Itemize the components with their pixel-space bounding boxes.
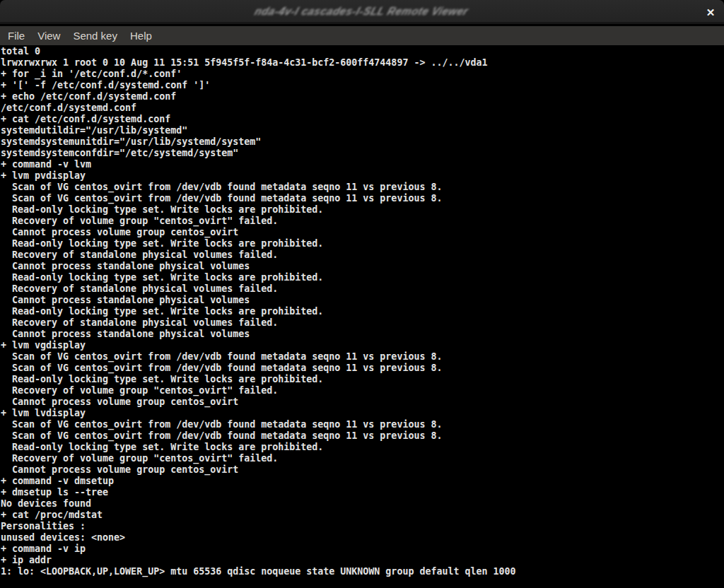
terminal-output: total 0 lrwxrwxrwx 1 root 0 10 Aug 11 15… (1, 46, 724, 577)
titlebar[interactable]: nda-4v-l cascades-l-SLL Remote Viewer ✕ (0, 0, 724, 24)
menu-send-key[interactable]: Send key (66, 27, 124, 45)
window-title: nda-4v-l cascades-l-SLL Remote Viewer (254, 5, 471, 17)
menubar: File View Send key Help (0, 26, 724, 45)
menu-help[interactable]: Help (124, 27, 158, 45)
remote-viewer-window: nda-4v-l cascades-l-SLL Remote Viewer ✕ … (0, 0, 724, 588)
menu-file[interactable]: File (1, 27, 31, 45)
vm-console-display[interactable]: total 0 lrwxrwxrwx 1 root 0 10 Aug 11 15… (0, 45, 724, 588)
close-icon: ✕ (706, 7, 716, 18)
menu-view[interactable]: View (31, 27, 66, 45)
close-button[interactable]: ✕ (697, 0, 724, 24)
